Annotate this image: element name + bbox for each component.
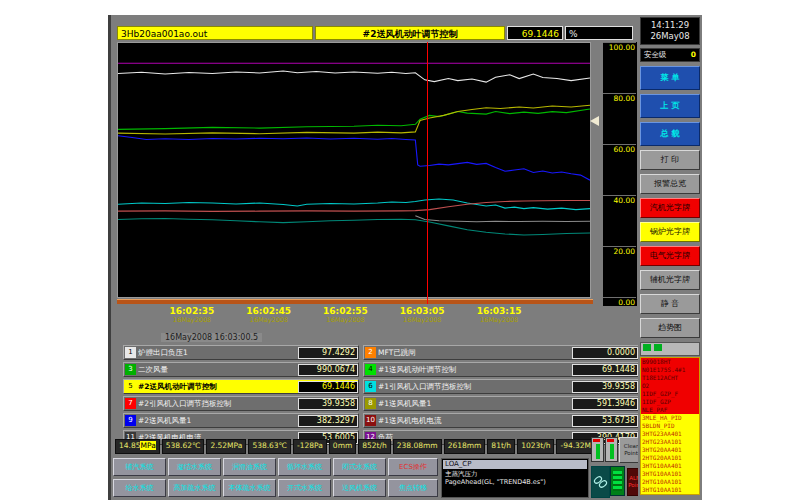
alarm-filter-icon[interactable] — [643, 344, 651, 351]
system-nav-button[interactable]: 本体疏水系统 — [223, 479, 276, 497]
alarm-tag-item[interactable]: 3HTG10AA101 — [641, 486, 699, 494]
ecs-operate-button[interactable]: ECS操作 — [388, 458, 438, 476]
sidebar-button[interactable]: 趋势图 — [640, 318, 700, 338]
alarm-tag-item[interactable]: NLE_PAF — [641, 406, 699, 414]
alarm-tag-item[interactable]: 3HTG10AA101 — [641, 470, 699, 478]
scale-slider-triangle-icon[interactable] — [590, 116, 599, 126]
pen-value: 69.1446 — [298, 381, 358, 393]
trend-current-value: 69.1446 — [507, 26, 563, 40]
pen-label: #2送风机风量1 — [138, 416, 298, 426]
alarm-tag-item[interactable]: 3HTG10AA401 — [641, 462, 699, 470]
nav-row-1: 辅汽系统 凝结水系统 润滑油系统 循环水系统 闭式水系统 — [113, 458, 386, 476]
sidebar-button[interactable]: 报警总览 — [640, 174, 700, 194]
sidebar-button[interactable]: 锅炉光字牌 — [640, 222, 700, 242]
pen-label: #2送风机动叶调节控制 — [138, 382, 298, 392]
pen-value: 382.3297 — [298, 415, 358, 427]
alarm-tag-item[interactable]: 3HTG20AA401 — [641, 446, 699, 454]
legend-pen-row[interactable]: 4 #1送风机动叶调节控制 69.1448 — [363, 362, 639, 377]
alarm-tag-item[interactable]: 5BLDN_PID — [641, 422, 699, 430]
system-nav-button[interactable]: 给水系统 — [113, 479, 166, 497]
alarm-tag-item[interactable]: 2HTG10AA101 — [641, 478, 699, 486]
legend-pen-row[interactable]: 3 二次风量 990.0674 — [123, 362, 359, 377]
system-nav-button[interactable]: 高加疏水系统 — [168, 479, 221, 497]
status-value-box: 238.08mm — [393, 439, 442, 454]
legend-table-right: 2 MFT已跳闸 0.0000 4 #1送风机动叶调节控制 69.1448 6 … — [363, 345, 639, 447]
pen-label: #1送风机动叶调节控制 — [378, 365, 572, 375]
system-nav-button[interactable]: 凝结水系统 — [168, 458, 221, 476]
system-nav-button[interactable]: 送风机系统 — [333, 479, 386, 497]
selected-tag-line[interactable]: LOA_CP — [443, 460, 587, 469]
pen-value: 0.0000 — [572, 347, 638, 359]
x-axis-tick: 16:02:35 16May2008 — [152, 306, 232, 324]
x-axis-time-label: 16:03:05 — [382, 306, 462, 316]
status-value-box: 0mm — [329, 439, 356, 454]
legend-pen-row[interactable]: 8 #1送风机风量1 591.3946 — [363, 396, 639, 411]
trend-curve — [118, 199, 590, 210]
alarm-list-header — [640, 342, 700, 356]
system-nav-button[interactable]: 闭式水系统 — [333, 458, 386, 476]
trend-scrollbar[interactable] — [117, 299, 593, 304]
legend-pen-row[interactable]: 10 #1送风机电机电流 53.6738 — [363, 413, 639, 428]
sidebar-button[interactable]: 上 页 — [640, 94, 700, 118]
y-axis: 100.00 80.00 60.00 40.00 20.00 0.00 — [603, 42, 637, 306]
sidebar-button[interactable]: 电气光字牌 — [640, 246, 700, 266]
alarm-tag-item[interactable]: 2HTG20AA101 — [641, 454, 699, 462]
alarm-tag-item[interactable]: T18E12ACHT — [641, 374, 699, 382]
system-nav-button[interactable]: 辅汽系统 — [113, 458, 166, 476]
pen-label: 二次风量 — [138, 365, 298, 375]
process-status-bar: 14.85MPa 538.62℃ 2.52MPa 538.63℃ -128Pa … — [115, 439, 589, 454]
alarm-tag-item[interactable]: O2 — [641, 382, 699, 390]
system-nav-button[interactable]: 润滑油系统 — [223, 458, 276, 476]
pen-label: #1引风机入口调节挡板控制 — [378, 382, 572, 392]
legend-pen-row[interactable]: 6 #1引风机入口调节挡板控制 39.9358 — [363, 379, 639, 394]
status-value-box: 852t/h — [358, 439, 391, 454]
alarm-tag-item[interactable]: 3MLE_HA_PID — [641, 414, 699, 422]
focus-transfer-button[interactable]: 焦点转移 — [388, 479, 438, 497]
pen-value: 591.3946 — [572, 398, 638, 410]
legend-pen-row[interactable]: 2 MFT已跳闸 0.0000 — [363, 345, 639, 360]
x-axis-date-label: 16May2008 — [229, 316, 309, 324]
alarm-tag-item[interactable]: 1IDF_GZP_F — [641, 390, 699, 398]
legend-pen-row[interactable]: 5 #2送风机动叶调节控制 69.1446 — [123, 379, 359, 394]
trend-plot[interactable] — [117, 42, 591, 298]
safety-label: 安全级 — [644, 50, 667, 60]
trend-cursor-line[interactable] — [427, 42, 428, 304]
system-nav-button[interactable]: 开式水系统 — [278, 479, 331, 497]
alarm-filter-icon[interactable] — [654, 344, 662, 351]
ops-column: ECS操作 焦点转移 — [388, 458, 438, 500]
trend-file-field[interactable]: 3Hb20aa001ao.out — [117, 26, 313, 40]
alarm-tag-item[interactable]: B99018HT — [641, 358, 699, 366]
channel-indicator-tile — [591, 437, 604, 462]
legend-pen-row[interactable]: 7 #2引风机入口调节挡板控制 39.9358 — [123, 396, 359, 411]
sidebar-button[interactable]: 静 音 — [640, 294, 700, 314]
trend-title: #2送风机动叶调节控制 — [315, 26, 505, 40]
table-icon-button[interactable] — [610, 466, 625, 496]
pen-color-chip: 9 — [125, 415, 136, 426]
legend-pen-row[interactable]: 1 炉膛出口负压1 97.4292 — [123, 345, 359, 360]
sidebar-button[interactable]: 打 印 — [640, 150, 700, 170]
sidebar-buttons: 菜 单 上 页 总 貌 打 印 报警总览 汽机光字牌 锅炉光字牌 电气光字牌 辅… — [640, 66, 700, 338]
pen-value: 990.0674 — [298, 364, 358, 376]
sidebar-button[interactable]: 辅机光字牌 — [640, 270, 700, 290]
x-axis-date-label: 16May2008 — [305, 316, 385, 324]
legend-pen-row[interactable]: 9 #2送风机风量1 382.3297 — [123, 413, 359, 428]
alarm-tag-item[interactable]: N01E175S.4#1 — [641, 366, 699, 374]
alarm-tag-item[interactable]: 2HTG23AA101 — [641, 438, 699, 446]
alarm-tag-item[interactable]: 1IDF_GZP — [641, 398, 699, 406]
alarm-tag-item[interactable]: 3HTG23AA401 — [641, 430, 699, 438]
system-nav-button[interactable]: 循环水系统 — [278, 458, 331, 476]
link-icon[interactable] — [591, 466, 610, 498]
y-axis-tick-label: 0.00 — [603, 297, 636, 308]
channel-indicator-tile — [605, 437, 618, 462]
clock-time: 14:11:29 — [641, 20, 699, 31]
sidebar-button[interactable]: 总 貌 — [640, 122, 700, 146]
sidebar-button[interactable]: 菜 单 — [640, 66, 700, 90]
status-value-box: 81t/h — [487, 439, 515, 454]
status-value-box: -128Pa — [293, 439, 327, 454]
y-axis-tick-label: 80.00 — [603, 93, 636, 104]
message-console[interactable]: LOA_CP 主蒸汽压力 PageAhead(GL, "TREND4B.es") — [441, 458, 589, 498]
cursor-timestamp: 16May2008 16:03:00.5 — [161, 333, 262, 342]
status-value-box: 2.52MPa — [206, 439, 246, 454]
sidebar-button[interactable]: 汽机光字牌 — [640, 198, 700, 218]
pen-color-chip: 6 — [365, 381, 376, 392]
